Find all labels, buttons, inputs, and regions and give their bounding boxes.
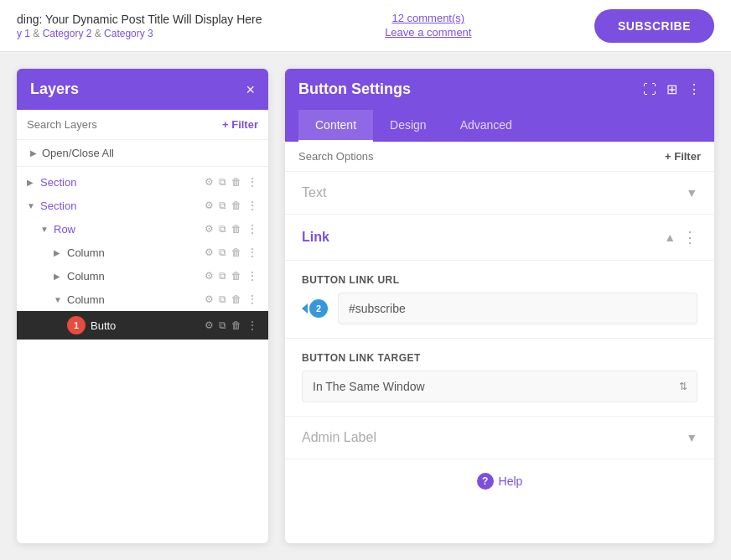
top-bar: ding: Your Dynamic Post Title Will Displ…	[0, 0, 731, 52]
column-2-chevron-icon: ▶	[54, 272, 67, 281]
row-trash-icon[interactable]: 🗑	[231, 223, 241, 235]
section-1-trash-icon[interactable]: 🗑	[231, 176, 241, 188]
options-filter-button[interactable]: + Filter	[665, 150, 701, 163]
link-section-header[interactable]: Link ▲ ⋮	[285, 215, 714, 261]
row-chevron-icon: ▼	[40, 225, 54, 234]
tab-advanced[interactable]: Advanced	[443, 110, 529, 142]
settings-more-icon[interactable]: ⋮	[687, 81, 701, 97]
comments-link[interactable]: 12 comment(s)	[385, 12, 471, 24]
columns-icon[interactable]: ⊞	[666, 81, 677, 97]
row-gear-icon[interactable]: ⚙	[205, 223, 214, 235]
column-1-copy-icon[interactable]: ⧉	[219, 246, 226, 258]
column-1-gear-icon[interactable]: ⚙	[205, 246, 214, 258]
section-2-actions: ⚙ ⧉ 🗑 ⋮	[205, 199, 258, 212]
link-section-actions: ▲ ⋮	[664, 228, 697, 246]
column-3-gear-icon[interactable]: ⚙	[205, 293, 214, 305]
button-more-icon[interactable]: ⋮	[246, 319, 258, 332]
top-bar-left: ding: Your Dynamic Post Title Will Displ…	[17, 13, 262, 39]
layer-item-column-2[interactable]: ▶ Column ⚙ ⧉ 🗑 ⋮	[17, 264, 268, 288]
row-copy-icon[interactable]: ⧉	[219, 223, 226, 235]
help-label: Help	[499, 474, 523, 488]
layer-item-section-1[interactable]: ▶ Section ⚙ ⧉ 🗑 ⋮	[17, 170, 268, 194]
button-trash-icon[interactable]: 🗑	[231, 319, 241, 331]
category-1-link[interactable]: y 1	[17, 28, 30, 39]
button-link-url-section: Button Link URL 2	[285, 261, 714, 339]
step-badge-2-wrapper: 2	[302, 299, 331, 318]
column-2-gear-icon[interactable]: ⚙	[205, 270, 214, 282]
tab-content[interactable]: Content	[298, 110, 373, 142]
url-field-label: Button Link URL	[302, 274, 697, 286]
settings-panel-title: Button Settings	[298, 80, 411, 98]
column-3-more-icon[interactable]: ⋮	[246, 293, 258, 306]
url-field-input[interactable]	[338, 293, 697, 324]
link-section-more-icon[interactable]: ⋮	[682, 228, 697, 246]
settings-body: + Filter Text ▼ Link ▲ ⋮ Button Link URL	[285, 142, 714, 543]
section-2-gear-icon[interactable]: ⚙	[205, 200, 214, 211]
link-section-title: Link	[302, 230, 329, 245]
section-2-trash-icon[interactable]: 🗑	[231, 200, 241, 211]
leave-comment-link[interactable]: Leave a comment	[385, 26, 471, 39]
section-2-chevron-icon: ▼	[27, 201, 40, 210]
tab-design[interactable]: Design	[373, 110, 443, 142]
row-label: Row	[54, 223, 205, 236]
search-options-row: + Filter	[285, 142, 714, 172]
help-row[interactable]: ? Help	[285, 459, 714, 503]
settings-header-icons: ⛶ ⊞ ⋮	[643, 81, 701, 97]
help-icon: ?	[477, 473, 494, 490]
open-close-label: Open/Close All	[42, 147, 114, 159]
section-1-label: Section	[40, 176, 205, 189]
text-section-header[interactable]: Text ▼	[285, 172, 714, 215]
column-2-trash-icon[interactable]: 🗑	[231, 270, 241, 282]
column-2-more-icon[interactable]: ⋮	[246, 269, 258, 283]
admin-label-section-header[interactable]: Admin Label ▼	[285, 417, 714, 459]
layer-item-row[interactable]: ▼ Row ⚙ ⧉ 🗑 ⋮	[17, 217, 268, 241]
section-1-more-icon[interactable]: ⋮	[246, 175, 258, 189]
layer-tree: ▶ Section ⚙ ⧉ 🗑 ⋮ ▼ Section ⚙ ⧉ 🗑 ⋮	[17, 167, 268, 343]
button-link-target-section: Button Link Target In The Same Window In…	[285, 339, 714, 417]
column-1-more-icon[interactable]: ⋮	[246, 246, 258, 259]
layer-item-column-1[interactable]: ▶ Column ⚙ ⧉ 🗑 ⋮	[17, 241, 268, 264]
section-2-copy-icon[interactable]: ⧉	[219, 200, 226, 211]
column-3-trash-icon[interactable]: 🗑	[231, 293, 241, 305]
layer-item-button[interactable]: 1 Butto ⚙ ⧉ 🗑 ⋮	[17, 311, 268, 340]
column-2-label: Column	[67, 270, 205, 283]
section-1-copy-icon[interactable]: ⧉	[219, 176, 226, 188]
step-badge-2: 2	[309, 299, 328, 318]
layers-search-row: + Filter	[17, 110, 268, 140]
open-close-all: ▶ Open/Close All	[17, 140, 268, 167]
column-2-copy-icon[interactable]: ⧉	[219, 270, 226, 282]
target-field-label: Button Link Target	[302, 352, 697, 364]
layers-filter-button[interactable]: + Filter	[222, 118, 258, 131]
button-layer-actions: ⚙ ⧉ 🗑 ⋮	[205, 319, 258, 332]
section-1-gear-icon[interactable]: ⚙	[205, 176, 214, 188]
row-more-icon[interactable]: ⋮	[246, 222, 258, 236]
layer-item-section-2[interactable]: ▼ Section ⚙ ⧉ 🗑 ⋮	[17, 194, 268, 217]
target-select-wrapper: In The Same Window In A New Tab	[302, 371, 697, 402]
settings-tabs: Content Design Advanced	[285, 110, 714, 142]
button-layer-label: Butto	[91, 319, 205, 332]
settings-panel: Button Settings ⛶ ⊞ ⋮ Content Design Adv…	[285, 69, 714, 543]
categories: y 1 & Category 2 & Category 3	[17, 28, 262, 39]
section-2-more-icon[interactable]: ⋮	[246, 199, 258, 212]
category-2-link[interactable]: Category 2	[43, 28, 92, 39]
open-close-chevron-icon: ▶	[30, 148, 37, 158]
subscribe-button[interactable]: SUBSCRIBE	[594, 9, 714, 43]
expand-icon[interactable]: ⛶	[643, 82, 656, 97]
layers-search-input[interactable]	[27, 118, 215, 131]
layer-item-column-3[interactable]: ▼ Column ⚙ ⧉ 🗑 ⋮	[17, 288, 268, 311]
column-1-actions: ⚙ ⧉ 🗑 ⋮	[205, 246, 258, 259]
layers-panel-title: Layers	[30, 80, 79, 98]
url-field-row: 2	[302, 293, 697, 324]
target-select[interactable]: In The Same Window In A New Tab	[302, 371, 697, 402]
column-3-copy-icon[interactable]: ⧉	[219, 293, 226, 305]
column-3-label: Column	[67, 293, 205, 306]
button-copy-icon[interactable]: ⧉	[219, 319, 226, 331]
admin-label-section-title: Admin Label	[302, 430, 376, 445]
admin-label-chevron-icon: ▼	[686, 431, 697, 444]
category-3-link[interactable]: Category 3	[104, 28, 153, 39]
column-1-trash-icon[interactable]: 🗑	[231, 246, 241, 258]
search-options-input[interactable]	[298, 150, 658, 163]
section-1-chevron-icon: ▶	[27, 178, 40, 187]
layers-panel-close-button[interactable]: ×	[246, 82, 255, 97]
button-gear-icon[interactable]: ⚙	[205, 319, 214, 331]
